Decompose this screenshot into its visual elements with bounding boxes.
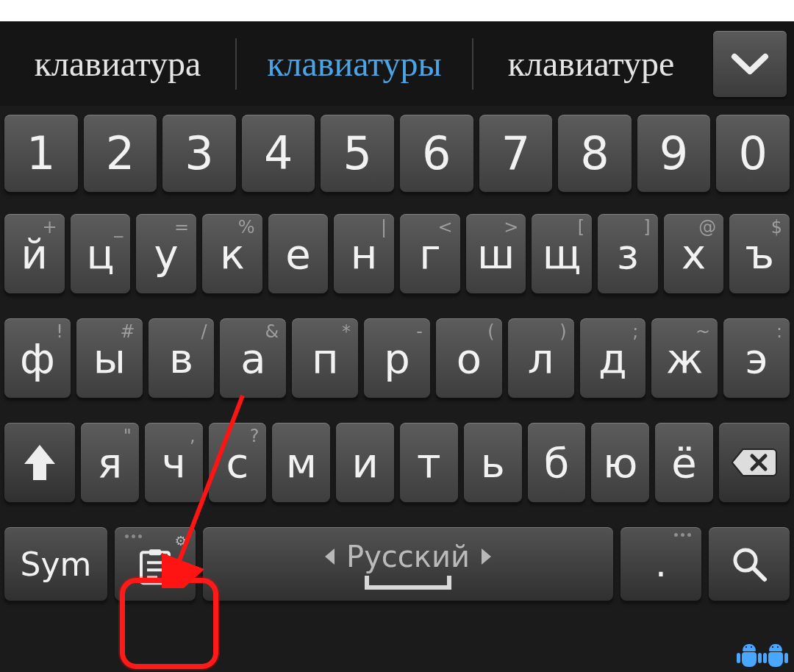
key-sublabel: > (504, 217, 518, 237)
key-д[interactable]: ;д (580, 318, 646, 398)
key-б[interactable]: б (528, 423, 586, 502)
symbols-key[interactable]: Sym (4, 527, 107, 601)
key-6[interactable]: 6 (400, 115, 473, 192)
svg-rect-3 (149, 549, 161, 555)
key-ш[interactable]: >ш (466, 214, 526, 293)
key-sublabel: + (43, 217, 57, 237)
key-sublabel: $ (771, 217, 782, 237)
key-т[interactable]: т (400, 423, 458, 502)
key-sublabel: ~ (695, 321, 710, 342)
search-icon (729, 544, 769, 584)
spacebar-inner: Русский (203, 527, 613, 601)
key-label: ц (86, 230, 114, 278)
key-э[interactable]: :э (723, 318, 790, 398)
search-key[interactable] (709, 527, 790, 601)
next-language-icon (480, 547, 493, 566)
key-8[interactable]: 8 (558, 115, 632, 192)
key-label: и (351, 439, 378, 487)
suggestion-3[interactable]: клавиатуре (473, 43, 709, 84)
key-sublabel: ( (487, 321, 494, 342)
key-ж[interactable]: ~ж (651, 318, 718, 398)
key-label: ю (603, 439, 637, 487)
key-м[interactable]: м (272, 423, 330, 502)
key-5[interactable]: 5 (321, 115, 394, 192)
shift-key[interactable] (4, 423, 75, 502)
key-р[interactable]: -р (364, 318, 430, 398)
more-dots-icon (674, 533, 691, 537)
prev-language-icon (323, 547, 336, 566)
suggestion-list: клавиатура клавиатуры клавиатуре (0, 21, 709, 106)
key-sublabel: ) (559, 321, 566, 342)
gear-icon: ⚙ (175, 533, 187, 548)
key-н[interactable]: |н (334, 214, 394, 293)
key-label: з (617, 230, 639, 278)
key-ъ[interactable]: $ъ (729, 214, 790, 293)
key-ю[interactable]: ю (591, 423, 649, 502)
backspace-key[interactable] (719, 423, 790, 502)
key-я[interactable]: "я (81, 423, 139, 502)
key-з[interactable]: ]з (598, 214, 658, 293)
key-label: о (457, 335, 482, 382)
key-х[interactable]: @х (664, 214, 724, 293)
key-к[interactable]: %к (202, 214, 262, 293)
key-п[interactable]: *п (292, 318, 358, 398)
watermark-android-icons (737, 641, 788, 672)
key-label: ч (162, 439, 186, 487)
key-0[interactable]: 0 (716, 115, 790, 192)
key-label: б (544, 439, 570, 487)
key-в[interactable]: /в (149, 318, 215, 398)
key-4[interactable]: 4 (242, 115, 315, 192)
key-л[interactable]: )л (508, 318, 574, 398)
period-label: . (655, 543, 667, 585)
key-sublabel: / (201, 321, 207, 342)
key-9[interactable]: 9 (637, 115, 711, 192)
key-label: р (384, 335, 410, 382)
key-sublabel: " (124, 426, 132, 446)
key-й[interactable]: +й (4, 214, 65, 293)
key-ы[interactable]: #ы (76, 318, 143, 398)
key-7[interactable]: 7 (479, 115, 553, 192)
key-label: д (598, 335, 627, 382)
key-2[interactable]: 2 (84, 115, 157, 192)
key-с[interactable]: ?с (209, 423, 267, 502)
key-label: е (285, 230, 310, 278)
clipboard-options-icon (138, 548, 172, 586)
suggestion-2[interactable]: клавиатуры (237, 43, 472, 84)
expand-suggestions-button[interactable] (713, 31, 787, 97)
key-ц[interactable]: _ц (71, 214, 131, 293)
chevron-down-icon (730, 51, 770, 77)
spacebar-glyph-icon (364, 576, 452, 592)
key-sublabel: _ (114, 217, 123, 237)
key-у[interactable]: =у (136, 214, 196, 293)
key-ё[interactable]: ё (655, 423, 713, 502)
key-е[interactable]: е (268, 214, 329, 293)
key-а[interactable]: &а (220, 318, 286, 398)
key-ь[interactable]: ь (464, 423, 522, 502)
key-о[interactable]: (о (436, 318, 502, 398)
key-sublabel: @ (698, 217, 716, 237)
key-sublabel: < (438, 217, 453, 237)
key-label: ф (20, 335, 55, 382)
key-щ[interactable]: [щ (532, 214, 592, 293)
key-sublabel: [ (578, 217, 584, 237)
suggestion-bar: клавиатура клавиатуры клавиатуре (0, 21, 794, 106)
key-3[interactable]: 3 (162, 115, 236, 192)
suggestion-1[interactable]: клавиатура (0, 43, 235, 84)
key-label: н (351, 230, 378, 278)
key-ф[interactable]: !ф (4, 318, 71, 398)
key-г[interactable]: <г (400, 214, 460, 293)
key-label: м (286, 439, 317, 487)
period-key[interactable]: . (620, 527, 701, 601)
key-1[interactable]: 1 (4, 115, 78, 192)
key-ч[interactable]: ,ч (145, 423, 203, 502)
key-label: ъ (745, 230, 774, 278)
key-sublabel: & (265, 321, 279, 342)
spacebar[interactable]: Русский (203, 527, 613, 601)
options-key-inner: ⚙ (115, 527, 196, 601)
options-key[interactable]: ⚙ (115, 527, 196, 601)
key-sublabel: , (190, 426, 196, 446)
key-sublabel: = (174, 217, 189, 237)
key-и[interactable]: и (336, 423, 394, 502)
key-label: ё (671, 439, 696, 487)
key-label: а (240, 335, 265, 382)
